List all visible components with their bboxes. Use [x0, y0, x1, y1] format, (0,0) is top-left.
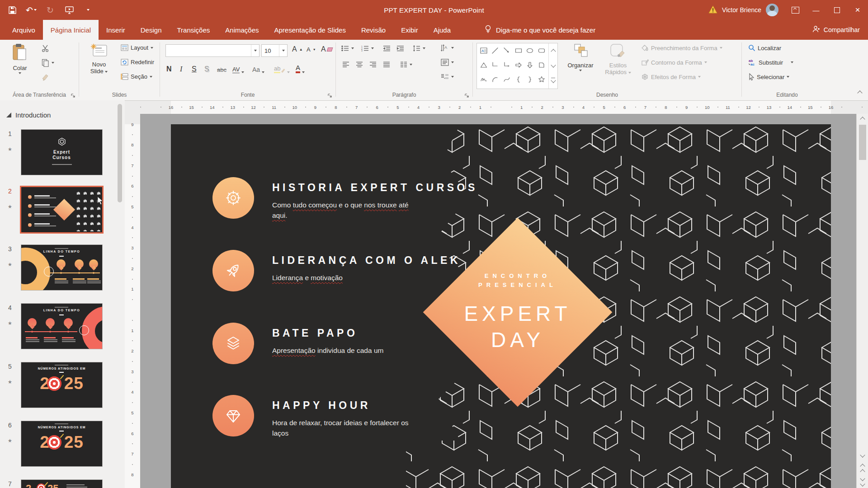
copy-button[interactable] [42, 59, 54, 67]
text-shadow-button[interactable]: S [204, 61, 209, 74]
layout-button[interactable]: Layout [121, 44, 153, 51]
justify-button[interactable] [383, 61, 390, 67]
shape-fill-button[interactable]: Preenchimento da Forma [641, 44, 722, 52]
maximize-button[interactable] [826, 0, 847, 20]
decrease-font-button[interactable]: A▼ [307, 46, 316, 53]
shapes-scroll-down[interactable] [549, 58, 557, 73]
slide-canvas[interactable]: ENCONTRO PRESENCIAL EXPERT DAY HISTORIA … [171, 124, 831, 488]
decrease-indent-button[interactable] [383, 45, 391, 52]
underline-button[interactable]: S [192, 61, 197, 74]
slide-thumbnail-5[interactable]: NÚMEROS ATINGIDOS EM 225 [21, 362, 103, 408]
brace-left-shape-icon[interactable] [514, 75, 523, 85]
columns-button[interactable] [400, 61, 412, 67]
convert-smartart-button[interactable] [441, 73, 454, 80]
tab-revisao[interactable]: Revisão [354, 20, 393, 40]
tab-exibir[interactable]: Exibir [393, 20, 426, 40]
scrollbar-thumb[interactable] [859, 125, 866, 160]
scribble-shape-icon[interactable] [480, 75, 488, 85]
font-name-caret[interactable] [251, 45, 259, 56]
redo-icon[interactable]: ↻ [45, 5, 55, 15]
item-circle[interactable] [212, 323, 254, 364]
collapse-ribbon-button[interactable] [858, 89, 862, 97]
font-name-combo[interactable] [165, 44, 259, 57]
scroll-down-button[interactable] [857, 451, 868, 460]
arrow-right-shape-icon[interactable] [514, 61, 523, 71]
tab-pagina-inicial[interactable]: Página Inicial [43, 20, 99, 40]
slide-thumbnail-1[interactable]: ExpertCursos [21, 129, 103, 175]
start-slideshow-icon[interactable] [64, 5, 74, 15]
cut-button[interactable] [42, 44, 50, 52]
new-slide-button[interactable]: Novo Slide [85, 43, 113, 75]
reset-button[interactable]: Redefinir [121, 59, 154, 66]
paste-button[interactable]: Colar [6, 43, 33, 74]
share-button[interactable]: Compartilhar [812, 20, 860, 40]
brace-right-shape-icon[interactable] [526, 75, 534, 85]
elbow-connector-shape-icon[interactable] [491, 61, 499, 71]
rounded-rectangle-shape-icon[interactable] [538, 47, 546, 56]
scroll-up-button[interactable] [857, 114, 868, 123]
slide-thumbnail-4[interactable]: LINHA DO TEMPO [21, 303, 103, 349]
text-direction-button[interactable]: A [441, 44, 454, 52]
panel-scrollbar-thumb[interactable] [118, 104, 122, 202]
corner-shape-icon[interactable] [538, 61, 546, 71]
align-center-button[interactable] [356, 61, 363, 67]
tell-me-box[interactable]: Diga-me o que você deseja fazer [485, 20, 595, 40]
rectangle-shape-icon[interactable] [514, 47, 523, 56]
replace-button[interactable]: abac Substituir [748, 59, 793, 66]
numbering-button[interactable]: 123 [361, 45, 374, 52]
bold-button[interactable]: N [166, 61, 172, 74]
bullets-button[interactable] [341, 45, 354, 52]
section-button[interactable]: Seção [121, 73, 152, 80]
slide-thumbnail-7[interactable]: 2 25 [21, 479, 103, 488]
format-painter-button[interactable] [42, 73, 50, 81]
tab-transicoes[interactable]: Transições [169, 20, 217, 40]
arrange-button[interactable]: Organizar [563, 43, 598, 71]
increase-indent-button[interactable] [396, 45, 404, 52]
clipboard-dialog-launcher[interactable] [71, 92, 76, 98]
find-button[interactable]: Localizar [748, 44, 781, 52]
tab-arquivo[interactable]: Arquivo [5, 20, 43, 40]
clear-formatting-button[interactable]: A [321, 45, 332, 53]
undo-icon[interactable]: ↶ [26, 5, 36, 15]
arrow-down-shape-icon[interactable] [526, 61, 534, 71]
font-dialog-launcher[interactable] [327, 92, 333, 98]
font-size-caret[interactable] [279, 45, 287, 56]
font-color-button[interactable]: A [296, 61, 305, 74]
next-slide-button[interactable] [857, 475, 868, 488]
shape-outline-button[interactable]: Contorno da Forma [641, 59, 707, 66]
tab-design[interactable]: Design [133, 20, 170, 40]
triangle-shape-icon[interactable] [480, 61, 488, 71]
item-circle[interactable] [212, 177, 254, 219]
slide-thumbnail-2[interactable] [20, 186, 104, 234]
tab-apresentacao-de-slides[interactable]: Apresentação de Slides [267, 20, 354, 40]
line-spacing-button[interactable] [413, 45, 425, 52]
item-circle[interactable] [212, 250, 254, 291]
close-button[interactable]: × [847, 0, 868, 20]
minimize-button[interactable]: — [806, 0, 826, 20]
line-shape-icon[interactable] [491, 47, 499, 56]
user-name[interactable]: Victor Brience [722, 6, 761, 14]
slide-thumbnail-3[interactable]: LINHA DO TEMPO [21, 244, 103, 291]
ribbon-display-options-button[interactable] [785, 0, 806, 20]
highlight-button[interactable]: ab [274, 61, 290, 74]
arc-shape-icon[interactable] [491, 75, 499, 85]
text-box-shape-icon[interactable]: A [480, 47, 488, 56]
diamond-text[interactable]: ENCONTRO PRESENCIAL EXPERT DAY [450, 272, 585, 353]
align-right-button[interactable] [369, 61, 377, 67]
select-button[interactable]: Selecionar [748, 73, 789, 80]
slide-thumbnail-6[interactable]: NÚMEROS ATINGIDOS EM 225 [21, 421, 103, 467]
warning-icon[interactable] [708, 5, 717, 15]
align-text-button[interactable] [441, 59, 454, 66]
change-case-button[interactable]: Aa [252, 61, 264, 74]
tab-ajuda[interactable]: Ajuda [426, 20, 458, 40]
strikethrough-button[interactable]: abc [217, 61, 226, 74]
italic-button[interactable]: I [180, 61, 182, 74]
avatar[interactable] [766, 4, 778, 16]
character-spacing-button[interactable]: AV [232, 61, 244, 74]
align-left-button[interactable] [342, 61, 349, 67]
increase-font-button[interactable]: A▲ [292, 45, 303, 53]
section-header[interactable]: Introduction [6, 111, 51, 119]
paragraph-dialog-launcher[interactable] [464, 92, 470, 98]
item-text-block[interactable]: HAPPY HOUR Hora de relaxar, trocar ideia… [272, 395, 424, 438]
item-text-block[interactable]: HISTORIA EXPERT CURSOS Como tudo começou… [272, 177, 478, 221]
